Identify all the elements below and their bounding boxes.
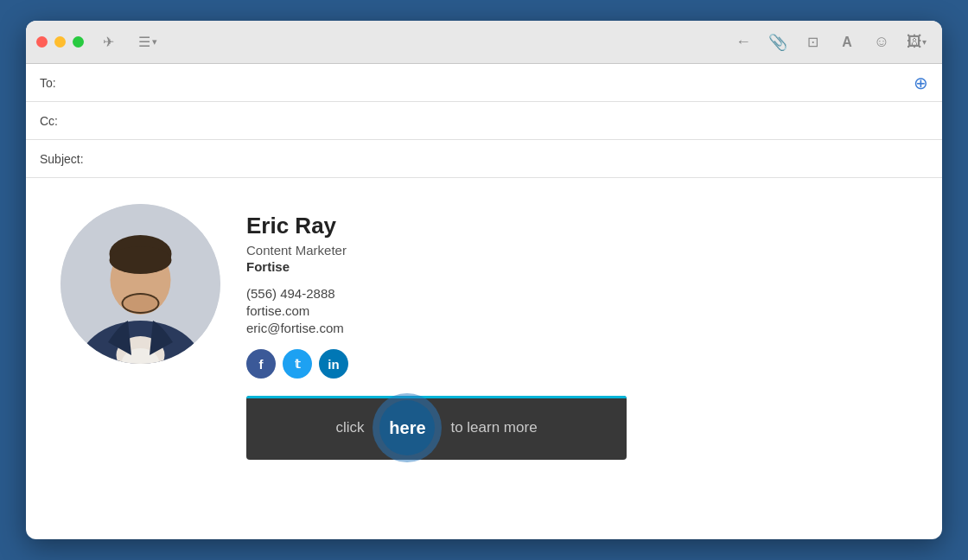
traffic-lights [36,36,84,48]
avatar-container [60,204,220,364]
to-input[interactable] [96,76,914,90]
back-button[interactable]: ← [728,27,759,58]
svg-point-6 [110,246,172,274]
paperclip-icon: 📎 [768,33,787,52]
sig-website: fortise.com [246,303,627,318]
subject-field-row: Subject: [26,140,942,178]
cta-after-text: to learn more [450,419,537,436]
to-field-row: To: ⊕ [26,64,942,102]
twitter-button[interactable]: 𝕥 [283,349,312,379]
font-icon: A [842,35,852,50]
cta-here-wrapper[interactable]: here [373,393,442,462]
photo-button[interactable]: ⊡ [797,27,828,58]
add-recipient-button[interactable]: ⊕ [914,74,928,92]
titlebar-right: ← 📎 ⊡ A ☺ 🖼 ▾ [728,27,932,58]
chevron-down-icon: ▾ [152,36,157,48]
compose-icon: ✈ [103,34,114,50]
sig-phone: (556) 494-2888 [246,286,627,301]
minimize-button[interactable] [54,36,66,48]
list-icon: ☰ [138,34,150,50]
photo-icon: ⊡ [807,34,818,50]
facebook-button[interactable]: f [246,349,276,379]
titlebar-left: ✈ ☰ ▾ [36,30,162,54]
email-signature: Eric Ray Content Marketer Fortise (556) … [60,204,908,460]
twitter-icon: 𝕥 [295,357,301,371]
cta-banner[interactable]: click here to learn more [246,396,627,460]
subject-label: Subject: [40,152,96,166]
font-button[interactable]: A [831,27,863,58]
list-button[interactable]: ☰ ▾ [133,30,162,54]
social-icons: f 𝕥 in [246,349,627,379]
sig-company: Fortise [246,259,627,274]
emoji-icon: ☺ [874,33,889,51]
emoji-button[interactable]: ☺ [866,27,897,58]
image-button[interactable]: 🖼 ▾ [901,27,932,58]
sig-title: Content Marketer [246,243,627,258]
maximize-button[interactable] [73,36,84,48]
close-button[interactable] [36,36,48,48]
avatar-image [60,204,220,364]
email-window: ✈ ☰ ▾ ← 📎 ⊡ A ☺ 🖼 [26,21,942,539]
compose-button[interactable]: ✈ [98,30,119,54]
cta-here-text[interactable]: here [389,418,425,438]
image-icon: 🖼 [907,33,922,51]
dropdown-icon: ▾ [922,37,927,47]
signature-info: Eric Ray Content Marketer Fortise (556) … [246,204,627,460]
subject-input[interactable] [96,152,928,166]
attach-button[interactable]: 📎 [762,27,793,58]
cta-inner: click here to learn more [335,393,537,462]
sig-email: eric@fortise.com [246,321,627,335]
titlebar: ✈ ☰ ▾ ← 📎 ⊡ A ☺ 🖼 [26,21,942,64]
linkedin-button[interactable]: in [319,349,348,379]
cc-input[interactable] [96,114,928,128]
to-label: To: [40,76,96,90]
cta-before-text: click [335,419,364,436]
cc-label: Cc: [40,114,96,128]
avatar [60,204,220,364]
sig-name: Eric Ray [246,213,627,239]
email-body[interactable]: Eric Ray Content Marketer Fortise (556) … [26,178,942,539]
svg-point-8 [124,295,158,312]
back-icon: ← [736,33,751,51]
cc-field-row: Cc: [26,102,942,140]
email-fields: To: ⊕ Cc: Subject: [26,64,942,178]
